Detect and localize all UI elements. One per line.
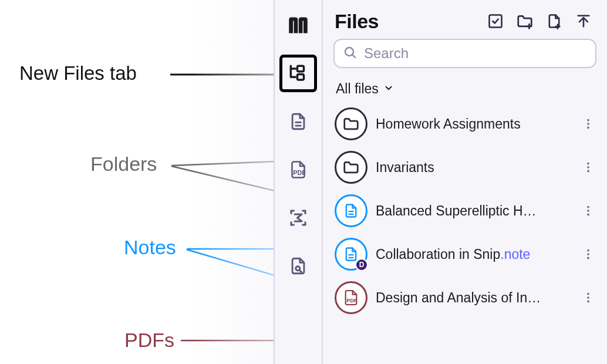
- files-pane: Files Al: [323, 0, 607, 364]
- svg-point-26: [587, 166, 589, 168]
- svg-rect-6: [297, 75, 304, 80]
- file-list: Homework Assignments Invariants: [333, 102, 596, 320]
- note-icon: D: [335, 238, 367, 271]
- file-name: Invariants: [376, 160, 573, 176]
- svg-point-23: [587, 123, 589, 125]
- search-file-tab[interactable]: [282, 250, 314, 282]
- callout-folders: Folders: [90, 153, 157, 176]
- row-menu-button[interactable]: [581, 291, 595, 304]
- new-folder-button[interactable]: [513, 9, 537, 33]
- logo-icon[interactable]: [282, 9, 314, 41]
- svg-rect-13: [490, 15, 502, 28]
- select-button[interactable]: [484, 9, 507, 33]
- svg-point-37: [587, 257, 589, 259]
- svg-point-36: [587, 253, 589, 255]
- app-panel: PDF Files: [274, 0, 607, 364]
- file-row-pdf[interactable]: PDF Design and Analysis of In…: [333, 278, 596, 318]
- svg-text:PDF: PDF: [347, 298, 358, 304]
- callout-notes: Notes: [124, 236, 176, 259]
- svg-point-24: [587, 127, 589, 129]
- file-name: Design and Analysis of In…: [376, 290, 573, 306]
- svg-point-31: [587, 210, 589, 212]
- files-header: Files: [333, 8, 596, 39]
- filter-dropdown[interactable]: All files: [333, 68, 596, 102]
- svg-line-21: [352, 55, 355, 58]
- note-icon: [335, 194, 367, 227]
- callout-new-files-tab: New Files tab: [19, 62, 137, 85]
- side-rail: PDF: [275, 0, 323, 364]
- search-icon: [343, 45, 357, 62]
- file-row-folder[interactable]: Homework Assignments: [333, 104, 596, 144]
- row-menu-button[interactable]: [581, 161, 595, 174]
- pdf-icon: PDF: [335, 281, 367, 314]
- document-tab[interactable]: [282, 106, 314, 137]
- svg-point-27: [587, 170, 589, 173]
- svg-line-12: [299, 270, 302, 272]
- svg-point-39: [587, 293, 589, 295]
- svg-point-40: [587, 296, 589, 299]
- collab-badge: D: [355, 258, 368, 271]
- svg-point-22: [587, 119, 589, 122]
- row-menu-button[interactable]: [581, 248, 595, 261]
- pdf-tab[interactable]: PDF: [282, 154, 314, 186]
- chevron-down-icon: [383, 81, 394, 97]
- svg-point-35: [587, 250, 589, 252]
- svg-text:PDF: PDF: [293, 169, 306, 176]
- svg-point-30: [587, 206, 589, 208]
- row-menu-button[interactable]: [581, 117, 595, 130]
- file-name: Collaboration in Snip.note: [376, 247, 573, 262]
- file-name: Balanced Superelliptic H…: [376, 203, 573, 219]
- callout-pdfs: PDFs: [124, 329, 174, 352]
- folder-icon: [335, 107, 367, 140]
- svg-point-32: [587, 214, 589, 216]
- file-row-note[interactable]: D Collaboration in Snip.note: [333, 234, 596, 274]
- upload-button[interactable]: [572, 9, 595, 33]
- row-menu-button[interactable]: [581, 204, 595, 217]
- folder-icon: [335, 151, 367, 184]
- file-row-folder[interactable]: Invariants: [333, 147, 596, 187]
- files-tree-tab[interactable]: [282, 58, 314, 89]
- sigma-tab[interactable]: [282, 202, 314, 234]
- svg-point-25: [587, 163, 589, 165]
- new-file-button[interactable]: [542, 9, 566, 33]
- filter-label: All files: [336, 81, 379, 97]
- search-input[interactable]: [363, 45, 587, 62]
- file-row-note[interactable]: Balanced Superelliptic H…: [333, 191, 596, 231]
- pane-title: Files: [335, 10, 478, 33]
- file-name: Homework Assignments: [376, 116, 573, 132]
- svg-rect-7: [297, 66, 304, 72]
- svg-point-41: [587, 301, 589, 303]
- search-box[interactable]: [333, 39, 596, 68]
